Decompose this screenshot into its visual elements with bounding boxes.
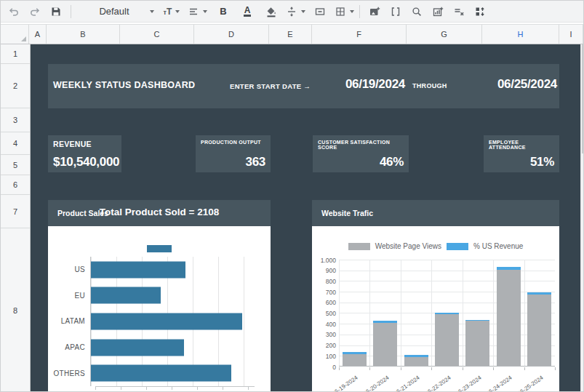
bar-track [90, 360, 249, 386]
font-size-button[interactable]: тT [162, 3, 181, 20]
y-tick-label: 500 [312, 310, 336, 317]
font-color-button[interactable]: A [238, 3, 257, 20]
redo-button[interactable] [25, 3, 44, 20]
chevron-down-icon[interactable] [150, 10, 154, 13]
sort-button[interactable] [471, 3, 489, 20]
bar [91, 365, 231, 382]
kpi-card[interactable]: CUSTOMER SATISFACTION SCORE46% [313, 135, 409, 172]
search-button[interactable] [407, 3, 426, 20]
save-button[interactable] [47, 3, 65, 20]
bar [91, 287, 161, 304]
undo-button[interactable] [4, 3, 23, 20]
bar-segment-page-views [373, 323, 397, 366]
bold-button[interactable]: B [214, 3, 233, 20]
vertical-align-button[interactable] [286, 3, 305, 20]
kpi-card[interactable]: EMPLOYEE ATTENDANCE51% [484, 135, 559, 172]
kpi-value: 363 [201, 155, 265, 169]
y-tick-label: 100 [312, 353, 336, 360]
save-icon [50, 6, 62, 17]
category-label: US [48, 265, 90, 273]
row-header-6[interactable]: 6 [1, 175, 30, 195]
kpi-card[interactable]: PRODUCTION OUTPUT363 [196, 135, 271, 172]
column-header-H[interactable]: H [482, 25, 559, 44]
kpi-card[interactable]: REVENUE$10,540,000 [48, 135, 121, 172]
row-header-2[interactable]: 2 [1, 64, 30, 108]
y-tick-label: 800 [312, 278, 336, 285]
undo-icon [8, 6, 20, 17]
spreadsheet-app: Default тT B A [0, 0, 584, 392]
column-header-row: ABCDEFGHI [1, 24, 583, 44]
fill-color-button[interactable] [262, 3, 281, 20]
stacked-bar [404, 355, 428, 366]
column-header-E[interactable]: E [269, 25, 312, 44]
bar [91, 261, 185, 278]
column-header-C[interactable]: C [120, 25, 194, 44]
row-header-7[interactable]: 7 [1, 195, 30, 228]
merge-cells-icon [314, 6, 326, 17]
insert-image-icon [369, 6, 380, 17]
kpi-label: EMPLOYEE ATTENDANCE [489, 140, 554, 150]
row-header-5[interactable]: 5 [1, 155, 30, 175]
y-tick-label: 0 [312, 364, 336, 371]
product-sales-chart[interactable]: USEULATAMAPACOTHERS [48, 226, 271, 392]
horizontal-align-button[interactable] [188, 3, 207, 20]
stacked-bar [497, 267, 521, 366]
select-all-corner[interactable] [1, 25, 29, 44]
row-header-8[interactable]: 8 [1, 228, 30, 392]
dashboard-title: WEEKLY STATUS DASHBOARD [53, 80, 195, 90]
style-selector[interactable]: Default [76, 3, 146, 20]
legend-swatch [348, 243, 370, 250]
y-tick-label: 200 [312, 342, 336, 349]
chevron-down-icon [175, 10, 180, 13]
borders-button[interactable] [335, 3, 354, 20]
legend-swatch [447, 243, 468, 250]
start-date-cell[interactable]: 06/19/2024 [335, 77, 405, 92]
row-header-4[interactable]: 4 [1, 132, 30, 155]
column-header-G[interactable]: G [407, 25, 482, 44]
fill-color-icon [265, 6, 277, 17]
font-size-icon: тT [164, 7, 172, 17]
product-bars: USEULATAMAPACOTHERS [48, 257, 254, 386]
column-header-B[interactable]: B [47, 25, 120, 44]
sort-icon [474, 6, 486, 17]
kpi-label: REVENUE [53, 140, 116, 148]
x-axis-ticks [339, 367, 556, 370]
row-header-1[interactable]: 1 [1, 44, 30, 64]
selection-button[interactable] [386, 3, 405, 20]
vertical-align-icon [286, 6, 297, 17]
bar-row: US [48, 257, 254, 283]
chevron-down-icon [301, 10, 305, 13]
data-cleanup-button[interactable] [449, 3, 468, 20]
column-header-D[interactable]: D [194, 25, 269, 44]
bar-track [90, 257, 249, 283]
column-header-I[interactable]: I [559, 25, 583, 44]
column-header-A[interactable]: A [29, 25, 47, 44]
kpi-value: 51% [489, 155, 554, 169]
y-tick-label: 900 [312, 267, 336, 274]
bar-row: LATAM [48, 308, 254, 335]
align-left-icon [188, 6, 199, 17]
insert-image-button[interactable] [365, 3, 384, 20]
bar-track [90, 335, 249, 361]
bar-segment-page-views [465, 321, 489, 366]
chart-legend: Website Page Views% US Revenue [312, 242, 559, 250]
product-sales-headline: Total Product Sold = 2108 [48, 207, 271, 217]
toolbar-separator [359, 5, 360, 18]
legend-label: % US Revenue [473, 242, 523, 250]
column-header-F[interactable]: F [312, 25, 407, 44]
vertical-scrollbar[interactable] [580, 44, 584, 392]
insert-chart-button[interactable] [428, 3, 447, 20]
end-date-cell[interactable]: 06/25/2024 [486, 77, 557, 92]
website-traffic-chart[interactable]: Website Page Views% US Revenue 1.0009008… [312, 226, 559, 392]
website-traffic-title: Website Trafic [321, 209, 373, 217]
website-traffic-panel-header: Website Trafic [312, 200, 559, 226]
row-header-3[interactable]: 3 [1, 108, 30, 132]
bar-segment-page-views [527, 295, 551, 366]
chart-legend-swatch [147, 245, 172, 252]
kpi-label: CUSTOMER SATISFACTION SCORE [318, 140, 404, 150]
bar [91, 313, 242, 329]
x-axis-ticks [95, 387, 255, 390]
through-label: THROUGH [412, 82, 447, 89]
bar-segment-page-views [497, 270, 521, 366]
merge-cells-button[interactable] [311, 3, 329, 20]
